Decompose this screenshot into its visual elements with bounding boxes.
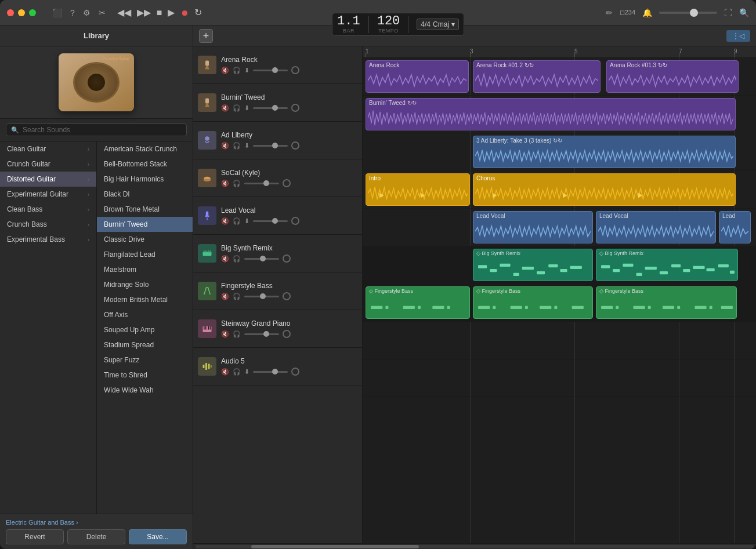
scroll-thumb[interactable] (251, 545, 419, 548)
headphones-icon[interactable]: 🎧 (233, 330, 241, 338)
headphones-icon[interactable]: 🎧 (233, 180, 241, 187)
volume-slider[interactable] (244, 333, 279, 335)
key-selector[interactable]: 4/4 Cmaj ▾ (417, 19, 459, 30)
record-arm-icon[interactable]: ⬇ (244, 67, 249, 74)
volume-slider[interactable] (253, 107, 288, 109)
cat-item-distorted-guitar[interactable]: Distorted Guitar › (0, 172, 96, 187)
search-icon[interactable]: 🔍 (739, 8, 749, 17)
pan-knob[interactable] (291, 217, 299, 225)
record-arm-icon[interactable]: ⬇ (244, 104, 249, 112)
mute-icon[interactable]: 🔇 (221, 255, 229, 263)
volume-slider[interactable] (253, 371, 288, 373)
headphones-icon[interactable]: 🎧 (233, 255, 241, 263)
preset-classic-drive[interactable]: Classic Drive (97, 232, 193, 247)
mute-icon[interactable]: 🔇 (221, 180, 229, 187)
library-icon[interactable]: ⬛ (52, 8, 62, 17)
mute-icon[interactable]: 🔇 (221, 104, 229, 112)
clip-arena-rock-3[interactable]: Arena Rock #01.3 ↻↻ (606, 60, 739, 93)
pencil-icon[interactable]: ✏ (606, 8, 613, 17)
clip-lead-vocal-3[interactable]: Lead (719, 211, 751, 243)
clip-big-synth-1[interactable]: ◇ Big Synth Remix (473, 249, 593, 281)
fast-forward-button[interactable]: ▶▶ (137, 7, 151, 18)
preset-super-fuzz[interactable]: Super Fuzz (97, 352, 193, 368)
maximize-button[interactable] (29, 9, 36, 16)
preset-midrange-solo[interactable]: Midrange Solo (97, 277, 193, 292)
volume-slider[interactable] (244, 296, 279, 297)
settings-icon[interactable]: ⚙ (83, 8, 91, 17)
add-track-button[interactable]: + (199, 29, 213, 43)
stop-button[interactable]: ■ (157, 8, 162, 18)
mute-icon[interactable]: 🔇 (221, 293, 229, 300)
record-arm-icon[interactable]: ⬇ (244, 217, 249, 225)
pan-knob[interactable] (291, 104, 299, 112)
search-input[interactable] (23, 126, 182, 134)
headphones-icon[interactable]: 🎧 (233, 293, 241, 300)
preset-time-to-shred[interactable]: Time to Shred (97, 368, 193, 383)
mute-icon[interactable]: 🔇 (221, 217, 229, 225)
preset-american-stack[interactable]: American Stack Crunch (97, 141, 193, 157)
search-input-wrap[interactable]: 🔍 (6, 123, 187, 136)
mute-icon[interactable]: 🔇 (221, 142, 229, 150)
clip-fingerstyle-bass-1[interactable]: ◇ Fingerstyle Bass (366, 286, 470, 319)
master-volume-thumb[interactable] (690, 9, 698, 17)
cat-item-clean-guitar[interactable]: Clean Guitar › (0, 141, 96, 157)
cat-item-experimental-guitar[interactable]: Experimental Guitar › (0, 187, 96, 202)
clip-burnin-tweed[interactable]: Burnin' Tweed ↻↻ (366, 98, 736, 130)
volume-slider[interactable] (253, 70, 288, 71)
preset-wide-wide-wah[interactable]: Wide Wide Wah (97, 383, 193, 398)
preset-bell-bottomed[interactable]: Bell-Bottomed Stack (97, 157, 193, 172)
record-arm-icon[interactable]: ⬇ (244, 368, 249, 376)
preset-souped-up[interactable]: Souped Up Amp (97, 322, 193, 337)
preset-modern-british[interactable]: Modern British Metal (97, 292, 193, 307)
timeline-tracks[interactable]: Arena Rock Arena Rock #01.2 ↻↻ (363, 58, 756, 543)
preset-big-hair[interactable]: Big Hair Harmonics (97, 172, 193, 187)
preset-flangilated[interactable]: Flangilated Lead (97, 247, 193, 262)
clip-arena-rock-2[interactable]: Arena Rock #01.2 ↻↻ (473, 60, 601, 93)
volume-slider[interactable] (244, 183, 279, 184)
cat-item-crunch-guitar[interactable]: Crunch Guitar › (0, 157, 96, 172)
cat-item-experimental-bass[interactable]: Experimental Bass › (0, 232, 96, 247)
pan-knob[interactable] (283, 330, 291, 338)
headphones-icon[interactable]: 🎧 (233, 142, 241, 150)
pan-knob[interactable] (291, 66, 299, 74)
scissors-icon[interactable]: ✂ (99, 8, 106, 17)
clip-fingerstyle-bass-3[interactable]: ◇ Fingerstyle Bass (596, 286, 737, 319)
clip-big-synth-2[interactable]: ◇ Big Synth Remix (596, 249, 738, 281)
pan-knob[interactable] (283, 254, 291, 263)
help-icon[interactable]: ? (70, 8, 75, 17)
cat-item-crunch-bass[interactable]: Crunch Bass › (0, 217, 96, 232)
clip-ad-liberty[interactable]: 3 Ad Liberty: Take 3 (3 takes) ↻↻ (473, 136, 736, 168)
preset-burnin-tweed[interactable]: Burnin' Tweed (97, 217, 193, 232)
electric-guitar-link[interactable]: Electric Guitar and Bass › (6, 519, 187, 526)
headphones-icon[interactable]: 🎧 (233, 217, 241, 225)
clip-chorus[interactable]: Chorus ▶ ▶ ▶ (473, 173, 736, 206)
smart-controls-button[interactable]: ⋮◁ (726, 30, 750, 42)
cat-item-clean-bass[interactable]: Clean Bass › (0, 202, 96, 217)
metronome-icon[interactable]: 🔔 (642, 8, 652, 17)
close-button[interactable] (7, 9, 14, 16)
preset-maelstrom[interactable]: Maelstrom (97, 262, 193, 277)
revert-button[interactable]: Revert (6, 529, 64, 544)
volume-slider[interactable] (244, 258, 279, 260)
record-button[interactable]: ⏺ (180, 8, 189, 17)
clip-intro[interactable]: Intro ▶ ▶ (366, 173, 470, 206)
preset-black-di[interactable]: Black DI (97, 187, 193, 202)
preset-off-axis[interactable]: Off Axis (97, 307, 193, 322)
record-arm-icon[interactable]: ⬇ (244, 142, 249, 150)
headphones-icon[interactable]: 🎧 (233, 104, 241, 112)
pan-knob[interactable] (291, 368, 299, 376)
cycle-button[interactable]: ↻ (194, 7, 202, 18)
headphones-icon[interactable]: 🎧 (233, 67, 241, 74)
mute-icon[interactable]: 🔇 (221, 330, 229, 338)
delete-button[interactable]: Delete (67, 529, 125, 544)
minimize-button[interactable] (18, 9, 25, 16)
scroll-track[interactable] (196, 545, 754, 548)
play-button[interactable]: ▶ (168, 7, 175, 18)
volume-slider[interactable] (253, 145, 288, 147)
preset-stadium-spread[interactable]: Stadium Spread (97, 337, 193, 352)
save-button[interactable]: Save... (129, 529, 187, 544)
bottom-scrollbar[interactable] (193, 543, 756, 549)
master-volume-track[interactable] (659, 12, 717, 14)
fullscreen-icon[interactable]: ⛶ (724, 8, 732, 17)
volume-slider[interactable] (253, 220, 288, 222)
